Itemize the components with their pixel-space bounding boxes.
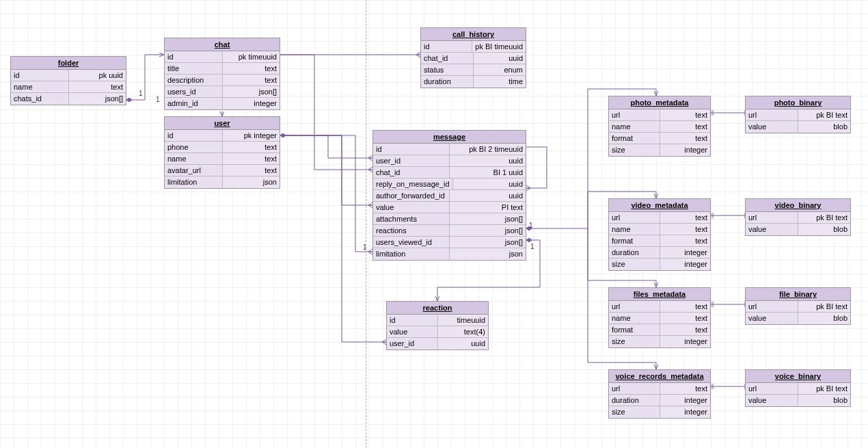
field-type: integer: [660, 406, 711, 418]
entity-title: video_binary: [746, 199, 850, 212]
field-name: url: [746, 212, 798, 223]
field-type: pk BI timeuuid: [472, 41, 526, 52]
entity-row: reply_on_message_iduuid: [373, 179, 526, 190]
entity-video_metadata[interactable]: video_metadataurltextnametextformattextd…: [608, 198, 711, 271]
field-type: time: [474, 76, 526, 88]
entity-row: formattext: [609, 324, 710, 336]
entity-row: phonetext: [165, 142, 280, 153]
entity-row: sizeinteger: [609, 406, 710, 418]
entity-row: durationinteger: [609, 395, 710, 406]
entity-row: idpk BI 2 timeuuid: [373, 144, 526, 155]
entity-row: user_iduuid: [387, 338, 488, 350]
entity-photo_binary[interactable]: photo_binaryurlpk BI textvalueblob: [745, 96, 851, 133]
entity-row: users_idjson[]: [165, 86, 280, 98]
field-type: integer: [660, 336, 711, 347]
entity-video_binary[interactable]: video_binaryurlpk BI textvalueblob: [745, 198, 851, 236]
field-name: id: [165, 130, 223, 141]
field-name: url: [746, 301, 798, 312]
field-type: text: [660, 301, 711, 312]
entity-row: nametext: [165, 153, 280, 165]
entity-title: voice_records_metadata: [609, 370, 710, 383]
field-name: url: [609, 383, 660, 394]
entity-photo_metadata[interactable]: photo_metadataurltextnametextformattexts…: [608, 96, 711, 157]
field-type: enum: [474, 64, 526, 75]
field-type: blob: [798, 313, 850, 324]
entity-row: nametext: [609, 224, 710, 235]
field-type: text: [223, 165, 280, 176]
field-name: format: [609, 235, 660, 246]
field-type: text: [660, 235, 711, 246]
entity-row: formattext: [609, 235, 710, 247]
field-type: text: [660, 224, 711, 235]
field-type: integer: [660, 259, 711, 270]
field-name: size: [609, 406, 660, 418]
entity-file_binary[interactable]: file_binaryurlpk BI textvalueblob: [745, 287, 851, 325]
entity-user[interactable]: useridpk integerphonetextnametextavatar_…: [164, 116, 280, 189]
entity-message[interactable]: messageidpk BI 2 timeuuiduser_iduuidchat…: [372, 130, 526, 261]
field-type: blob: [798, 395, 850, 406]
entity-row: nametext: [11, 81, 126, 93]
entity-folder[interactable]: folderidpk uuidnametextchats_idjson[]: [10, 56, 126, 105]
cardinality-label: 1: [139, 90, 143, 97]
field-name: attachments: [373, 213, 450, 224]
entity-row: idpk uuid: [11, 70, 126, 81]
field-type: text: [223, 63, 280, 74]
field-type: pk uuid: [69, 70, 126, 81]
field-name: value: [746, 395, 798, 406]
entity-row: valuetext(4): [387, 326, 488, 338]
cardinality-label: 1: [529, 222, 533, 229]
entity-title: voice_binary: [746, 370, 850, 383]
entity-title: user: [165, 117, 280, 130]
entity-row: sizeinteger: [609, 336, 710, 347]
entity-row: sizeinteger: [609, 144, 710, 156]
entity-chat[interactable]: chatidpk timeuuidtitletextdescriptiontex…: [164, 38, 280, 110]
entity-row: statusenum: [421, 64, 526, 76]
entity-voice_records_metadata[interactable]: voice_records_metadataurltextdurationint…: [608, 369, 711, 419]
field-name: id: [421, 41, 472, 52]
field-type: uuid: [450, 155, 526, 166]
field-type: pk BI text: [798, 212, 850, 223]
field-type: json[]: [450, 213, 526, 224]
entity-row: idpk BI timeuuid: [421, 41, 526, 53]
field-name: name: [609, 224, 660, 235]
cardinality-label: 1: [530, 243, 534, 250]
entity-voice_binary[interactable]: voice_binaryurlpk BI textvalueblob: [745, 369, 851, 407]
entity-row: valueblob: [746, 224, 850, 235]
entity-row: avatar_urltext: [165, 165, 280, 176]
entity-title: photo_binary: [746, 96, 850, 109]
field-type: json[]: [450, 225, 526, 236]
field-name: chat_id: [373, 167, 450, 178]
field-name: id: [165, 51, 223, 62]
field-type: text: [223, 75, 280, 85]
entity-row: author_forwarded_iduuid: [373, 190, 526, 202]
entity-row: nametext: [609, 313, 710, 324]
field-name: phone: [165, 142, 223, 153]
field-name: value: [746, 313, 798, 324]
entity-row: users_viewed_idjson[]: [373, 237, 526, 248]
field-name: user_id: [373, 155, 450, 166]
field-type: text: [660, 324, 711, 335]
field-name: url: [609, 109, 660, 120]
field-name: user_id: [387, 338, 438, 350]
field-type: json[]: [450, 237, 526, 248]
entity-title: message: [373, 131, 526, 144]
entity-row: urlpk BI text: [746, 383, 850, 395]
field-name: id: [387, 315, 438, 326]
entity-call_history[interactable]: call_historyidpk BI timeuuidchat_iduuids…: [420, 27, 526, 88]
entity-title: chat: [165, 38, 280, 51]
field-name: status: [421, 64, 474, 75]
entity-files_metadata[interactable]: files_metadataurltextnametextformattexts…: [608, 287, 711, 348]
field-type: json: [223, 176, 280, 188]
field-type: pk BI text: [798, 301, 850, 312]
entity-row: chats_idjson[]: [11, 93, 126, 105]
field-name: value: [746, 121, 798, 133]
entity-row: valueblob: [746, 313, 850, 324]
entity-row: titletext: [165, 63, 280, 75]
entity-row: chat_idBI 1 uuid: [373, 167, 526, 179]
entity-reaction[interactable]: reactionidtimeuuidvaluetext(4)user_iduui…: [386, 301, 489, 350]
entity-row: formattext: [609, 133, 710, 144]
field-type: PI text: [450, 202, 526, 213]
field-name: size: [609, 336, 660, 347]
entity-row: durationinteger: [609, 247, 710, 259]
field-name: description: [165, 75, 223, 85]
